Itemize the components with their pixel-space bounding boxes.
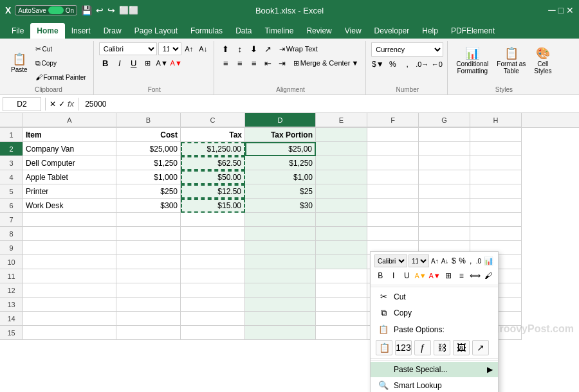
align-right-button[interactable]: ≡ (248, 57, 261, 69)
cell-H1[interactable] (470, 128, 522, 142)
cell-A13[interactable] (23, 298, 116, 312)
tab-page-layout[interactable]: Page Layout (128, 23, 184, 39)
comma-button[interactable]: , (401, 58, 414, 71)
ctx-percent-icon[interactable]: % (458, 254, 466, 267)
redo-icon[interactable]: ↪ (107, 5, 115, 15)
tab-insert[interactable]: Insert (65, 23, 97, 39)
col-header-B[interactable]: B (116, 113, 181, 127)
cell-C1[interactable]: Tax (181, 128, 245, 142)
cell-A2[interactable]: Company Van (23, 142, 116, 156)
cell-A11[interactable] (23, 269, 116, 283)
ctx-bold-button[interactable]: B (374, 269, 387, 282)
font-family-select[interactable]: Calibri (99, 42, 157, 55)
col-header-E[interactable]: E (316, 113, 367, 127)
cell-F4[interactable] (367, 170, 419, 184)
tab-home[interactable]: Home (30, 23, 64, 39)
cell-G2[interactable] (419, 142, 470, 156)
tab-file[interactable]: File (5, 23, 30, 39)
cell-D2[interactable]: $25,00 (245, 142, 316, 156)
cut-button[interactable]: ✂Cut (32, 42, 89, 55)
ctx-paint-icon[interactable]: 🖌 (482, 269, 495, 282)
row-header-11[interactable]: 11 (0, 269, 23, 283)
cell-D14[interactable] (245, 312, 316, 326)
bold-button[interactable]: B (99, 57, 112, 69)
tab-help[interactable]: Help (416, 23, 445, 39)
col-header-C[interactable]: C (181, 113, 245, 127)
ctx-dec-font-icon[interactable]: A↓ (441, 254, 450, 267)
paste-icon-4[interactable]: ⛓ (434, 340, 450, 355)
italic-button[interactable]: I (113, 57, 126, 69)
cell-A6[interactable]: Work Desk (23, 199, 116, 213)
cell-G1[interactable] (419, 128, 470, 142)
cell-B15[interactable] (116, 326, 181, 340)
cell-H5[interactable] (470, 184, 522, 199)
cell-D5[interactable]: $25 (245, 184, 316, 199)
cell-B6[interactable]: $300 (116, 199, 181, 213)
cell-D7[interactable] (245, 213, 316, 227)
borders-button[interactable]: ⊞ (142, 57, 154, 69)
ctx-chart-icon[interactable]: 📊 (483, 254, 494, 267)
cell-C14[interactable] (181, 312, 245, 326)
autosave-badge[interactable]: AutoSave On (15, 5, 77, 15)
cell-H8[interactable] (470, 227, 522, 241)
row-header-15[interactable]: 15 (0, 326, 23, 340)
cell-E15[interactable] (316, 326, 367, 340)
angle-text-button[interactable]: ↗ (262, 42, 275, 55)
cell-H2[interactable] (470, 142, 522, 156)
cell-G3[interactable] (419, 156, 470, 170)
cell-E13[interactable] (316, 298, 367, 312)
cell-B4[interactable]: $1,000 (116, 170, 181, 184)
ctx-align-button[interactable]: ≡ (455, 269, 468, 282)
cell-A12[interactable] (23, 283, 116, 298)
cell-B5[interactable]: $250 (116, 184, 181, 199)
cell-C4[interactable]: $50.00 (181, 170, 245, 184)
cell-C8[interactable] (181, 227, 245, 241)
cell-F6[interactable] (367, 199, 419, 213)
col-header-F[interactable]: F (367, 113, 419, 127)
tab-review[interactable]: Review (300, 23, 338, 39)
autosave-toggle[interactable] (48, 6, 64, 14)
cell-C12[interactable] (181, 283, 245, 298)
ctx-size-select[interactable]: 11 (409, 254, 429, 267)
cell-E5[interactable] (316, 184, 367, 199)
tab-timeline[interactable]: Timeline (258, 23, 300, 39)
cell-E6[interactable] (316, 199, 367, 213)
format-as-table-button[interactable]: 📋 Format asTable (493, 42, 529, 80)
cell-E8[interactable] (316, 227, 367, 241)
decrease-indent-button[interactable]: ⇤ (262, 57, 275, 69)
number-format-select[interactable]: Currency (371, 42, 443, 57)
tab-formulas[interactable]: Formulas (184, 23, 229, 39)
copy-button[interactable]: ⧉Copy (32, 57, 89, 69)
cell-G4[interactable] (419, 170, 470, 184)
cell-A15[interactable] (23, 326, 116, 340)
cell-B2[interactable]: $25,000 (116, 142, 181, 156)
tab-developer[interactable]: Developer (368, 23, 416, 39)
cell-E7[interactable] (316, 213, 367, 227)
cell-E10[interactable] (316, 255, 367, 269)
cell-A7[interactable] (23, 213, 116, 227)
font-color-button[interactable]: A▼ (170, 57, 183, 69)
paste-icon-2[interactable]: 123 (395, 340, 412, 355)
cell-D9[interactable] (245, 241, 316, 255)
cell-F7[interactable] (367, 213, 419, 227)
cell-C11[interactable] (181, 269, 245, 283)
more-tools-icon[interactable]: ⬜⬜ (119, 6, 138, 15)
cell-A8[interactable] (23, 227, 116, 241)
cell-E2[interactable] (316, 142, 367, 156)
cell-G8[interactable] (419, 227, 470, 241)
cell-C13[interactable] (181, 298, 245, 312)
ctx-borders-button[interactable]: ⊞ (443, 269, 455, 282)
cell-D6[interactable]: $30 (245, 199, 316, 213)
cell-G7[interactable] (419, 213, 470, 227)
conditional-formatting-button[interactable]: 📊 ConditionalFormatting (453, 42, 492, 80)
paste-icon-1[interactable]: 📋 (376, 340, 392, 355)
col-header-A[interactable]: A (23, 113, 116, 127)
align-bottom-button[interactable]: ⬇ (248, 42, 261, 55)
cell-H6[interactable] (470, 199, 522, 213)
cell-F8[interactable] (367, 227, 419, 241)
decrease-decimal-button[interactable]: ←0 (430, 58, 443, 71)
cell-B11[interactable] (116, 269, 181, 283)
row-header-6[interactable]: 6 (0, 199, 23, 213)
merge-center-arrow[interactable]: ▼ (351, 59, 358, 67)
tab-draw[interactable]: Draw (97, 23, 128, 39)
